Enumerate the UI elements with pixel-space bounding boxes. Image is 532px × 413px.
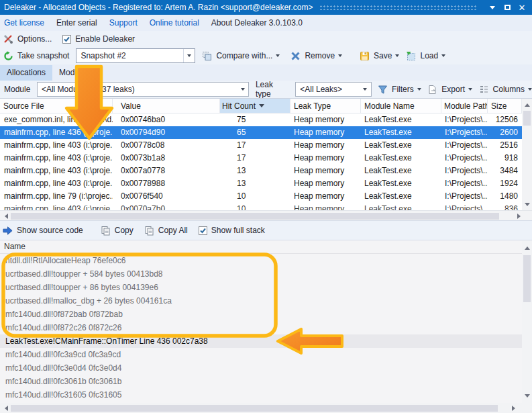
scroll-up-button[interactable] — [522, 100, 532, 109]
scroll-down-button[interactable] — [522, 199, 532, 209]
tab-modules[interactable]: Modules — [52, 65, 96, 81]
scroll-right-button[interactable] — [514, 211, 523, 221]
module-filter-dropdown[interactable] — [237, 83, 248, 96]
take-snapshot-button[interactable]: Take snapshot — [3, 51, 69, 61]
stack-frame[interactable]: mfc140ud.dll!0f872c26 0f872c26 — [0, 321, 522, 334]
stack-frame[interactable]: ucrtbased.dll!toupper + 86 bytes 004139e… — [0, 281, 522, 294]
column-header-source-file[interactable]: Source File — [0, 99, 113, 113]
stack-vertical-scrollbar[interactable] — [522, 240, 532, 403]
online-tutorial-link[interactable]: Online tutorial — [150, 18, 199, 28]
triangle-right-icon — [512, 406, 515, 411]
filters-button[interactable]: Filters — [378, 85, 421, 95]
stack-frame[interactable]: ucrtbased.dll!toupper + 584 bytes 00413b… — [0, 267, 522, 281]
module-filter-combobox[interactable]: <All Modules> (337 leaks) — [37, 82, 249, 97]
stack-frame[interactable]: ucrtbased.dll!malloc_dbg + 26 bytes 0041… — [0, 294, 522, 308]
scrollbar-corner — [522, 403, 532, 413]
cell-size: 2600 — [488, 126, 522, 139]
chevron-down-icon — [490, 6, 495, 9]
stack-frame[interactable]: mfc140ud.dll!0fc3a9cd 0fc3a9cd — [0, 348, 522, 361]
compare-with-button[interactable]: Compare with... — [202, 51, 280, 61]
window-menu-button[interactable] — [486, 2, 498, 13]
column-header-size[interactable]: Size — [488, 99, 522, 113]
copy-button[interactable]: Copy — [101, 226, 134, 236]
tab-allocations[interactable]: Allocations — [0, 65, 52, 81]
maximize-button[interactable] — [501, 2, 513, 13]
leak-type-dropdown[interactable] — [360, 83, 371, 96]
cell-source-file: mainfrm.cpp, line 403 (i:\proje... — [0, 152, 113, 165]
column-header-hit-count[interactable]: Hit Count — [220, 99, 290, 113]
table-horizontal-scrollbar[interactable] — [0, 210, 532, 221]
table-row[interactable]: exe_common.inl, line 171 (f:\d... 0x0074… — [0, 113, 522, 126]
stack-frame[interactable]: mfc140ud.dll!0fc3e0d4 0fc3e0d4 — [0, 361, 522, 375]
about-item[interactable]: About Deleaker 3.0.103.0 — [211, 18, 303, 28]
get-license-link[interactable]: Get license — [4, 18, 44, 28]
column-header-value[interactable]: Value — [113, 99, 220, 113]
copy-all-button[interactable]: Copy All — [144, 226, 188, 236]
column-header-module-path[interactable]: Module Path — [441, 99, 488, 113]
stack-frame[interactable]: mfc140ud.dll!0fc31605 0fc31605 — [0, 388, 522, 402]
links-bar: Get license Enter serial Support Online … — [0, 15, 532, 31]
enable-deleaker-checkbox[interactable] — [62, 35, 71, 44]
table-row[interactable]: mainfrm.cpp, line 403 (i:\proje... 0x007… — [0, 165, 522, 177]
leak-type-value: <All Leaks> — [296, 85, 359, 94]
leak-type-filter-label: Leak type — [256, 80, 289, 99]
cell-module-name: LeakTest.exe — [361, 177, 441, 190]
support-link[interactable]: Support — [109, 18, 138, 28]
stack-column-header-name[interactable]: Name — [0, 240, 532, 253]
save-label: Save — [374, 51, 392, 60]
cell-module-name: LeakTest.exe — [361, 165, 441, 177]
cell-leak-type: Heap memory — [290, 165, 361, 177]
load-button[interactable]: Load — [406, 51, 445, 61]
snapshot-combobox[interactable]: Snapshot #2 — [76, 48, 195, 63]
stack-frame[interactable]: mfc140ud.dll!0f872bab 0f872bab — [0, 308, 522, 321]
refresh-icon — [3, 51, 13, 61]
scroll-left-button[interactable] — [1, 403, 11, 413]
close-button[interactable]: ✕ — [516, 2, 528, 13]
scroll-down-button[interactable] — [522, 391, 532, 400]
cell-value: 0x00746ba0 — [113, 113, 220, 126]
table-row-selected[interactable]: mainfrm.cpp, line 436 (i:\proje... 0x007… — [0, 126, 522, 139]
table-row-clipped[interactable]: mainfrm.cpp, line 403 (i:\proje... 0x007… — [0, 203, 522, 210]
scroll-up-button[interactable] — [522, 243, 532, 253]
scroll-right-button[interactable] — [509, 403, 518, 413]
stack-frame[interactable]: ntdll.dll!RtlAllocateHeap 76efe0c6 — [0, 254, 522, 267]
remove-button[interactable]: Remove — [290, 51, 342, 61]
filter-bar: Module <All Modules> (337 leaks) Leak ty… — [0, 81, 532, 98]
stack-frame-list: ntdll.dll!RtlAllocateHeap 76efe0c6 ucrtb… — [0, 254, 522, 403]
copy-icon — [101, 226, 111, 236]
table-row[interactable]: mainfrm.cpp, line 403 (i:\proje... 0x007… — [0, 139, 522, 152]
triangle-left-icon — [5, 406, 8, 411]
show-full-stack-checkbox[interactable] — [199, 226, 207, 235]
scroll-left-button[interactable] — [1, 211, 11, 221]
show-source-code-button[interactable]: Show source code — [3, 226, 83, 236]
tool-window-grip[interactable] — [319, 5, 477, 10]
enter-serial-item[interactable]: Enter serial — [56, 18, 97, 28]
triangle-up-icon — [525, 103, 530, 107]
show-source-code-label: Show source code — [17, 226, 83, 235]
table-row[interactable]: mainfrm.cpp, line 79 (i:\projec... 0x007… — [0, 190, 522, 203]
table-vertical-scrollbar[interactable] — [522, 99, 532, 210]
stack-frame-user-code[interactable]: LeakTest.exe!CMainFrame::OnTimer Line 43… — [0, 334, 522, 348]
scrollbar-thumb[interactable] — [523, 111, 531, 126]
table-row[interactable]: mainfrm.cpp, line 403 (i:\proje... 0x007… — [0, 177, 522, 190]
cell-module-name: LeakTest.exe — [361, 139, 441, 152]
stack-frame[interactable]: mfc140ud.dll!0fc3061b 0fc3061b — [0, 375, 522, 388]
save-button[interactable]: Save — [360, 51, 399, 61]
scrollbar-thumb[interactable] — [523, 255, 531, 302]
cell-hit-count: 65 — [220, 126, 290, 139]
columns-button[interactable]: Columns — [479, 85, 532, 95]
options-button[interactable]: Options... — [3, 34, 52, 44]
load-label: Load — [420, 51, 438, 60]
scrollbar-thumb[interactable] — [11, 213, 499, 220]
scrollbar-thumb[interactable] — [11, 405, 498, 412]
leak-type-combobox[interactable]: <All Leaks> — [295, 82, 371, 97]
table-row[interactable]: mainfrm.cpp, line 403 (i:\proje... 0x007… — [0, 152, 522, 165]
stack-horizontal-scrollbar[interactable] — [0, 403, 532, 413]
column-header-leak-type[interactable]: Leak Type — [290, 99, 361, 113]
cell-module-name: LeakTest.exe — [361, 113, 441, 126]
export-button[interactable]: Export — [427, 85, 472, 95]
column-header-module-name[interactable]: Module Name — [361, 99, 441, 113]
snapshot-combobox-dropdown[interactable] — [183, 49, 195, 62]
show-full-stack-label: Show full stack — [211, 226, 265, 235]
cell-hit-count: 17 — [220, 152, 290, 165]
